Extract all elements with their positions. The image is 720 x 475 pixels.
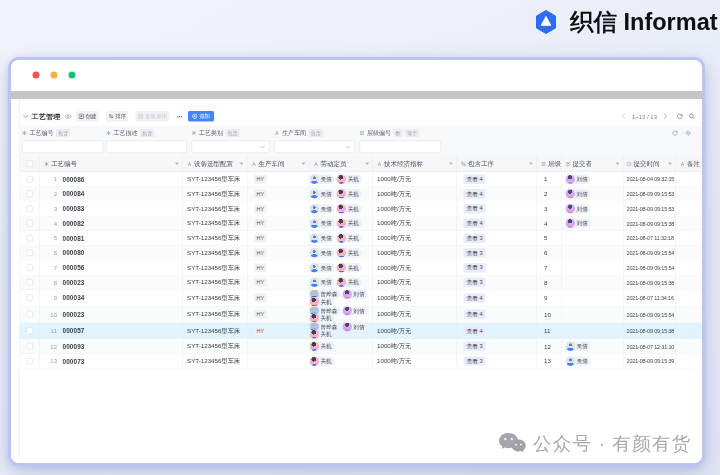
member-chip[interactable]: 吴倩 (566, 342, 591, 352)
member-chip[interactable]: 关机 (337, 174, 362, 184)
table-row[interactable]: 9000034SYT-123456型车床HY曾烨森刘倩关机1000吨/万元查看 … (20, 290, 703, 306)
view-procedures-button[interactable]: 查看 3 (464, 233, 486, 242)
member-chip[interactable]: 关机 (337, 278, 362, 288)
add-record-button[interactable]: 添加 (188, 111, 214, 122)
row-checkbox[interactable] (26, 176, 33, 183)
column-menu-caret-icon[interactable] (302, 163, 306, 166)
member-chip[interactable]: 关机 (310, 297, 335, 306)
table-row[interactable]: 6000080SYT-123456型车床HY吴倩关机1000吨/万元查看 362… (20, 246, 703, 261)
table-row[interactable]: 11000057SYT-123456型车床HY曾烨森刘倩关机1000吨/万元查看… (20, 323, 703, 339)
column-menu-caret-icon[interactable] (449, 163, 453, 166)
table-row[interactable]: 5000081SYT-123456型车床HY吴倩关机1000吨/万元查看 352… (20, 231, 703, 246)
member-chip[interactable]: 吴倩 (310, 174, 335, 184)
filter-select[interactable] (275, 141, 355, 154)
column-menu-caret-icon[interactable] (175, 163, 179, 166)
member-chip[interactable]: 刘倩 (566, 189, 591, 199)
view-procedures-button[interactable]: 查看 4 (464, 326, 486, 335)
member-chip[interactable]: 吴倩 (310, 263, 335, 273)
filter-refresh-icon[interactable] (672, 130, 678, 136)
table-row[interactable]: 1000086SYT-123456型车床HY吴倩关机1000吨/万元查看 41刘… (20, 172, 703, 187)
view-procedures-button[interactable]: 查看 4 (464, 189, 486, 198)
filter-input[interactable] (360, 141, 442, 154)
row-checkbox[interactable] (26, 279, 33, 286)
select-all-checkbox[interactable] (26, 161, 33, 168)
member-chip[interactable]: 吴倩 (310, 219, 335, 229)
column-menu-caret-icon[interactable] (668, 163, 672, 166)
column-header-procedures[interactable]: 包含工序 (457, 156, 537, 172)
row-checkbox[interactable] (26, 220, 33, 227)
table-row[interactable]: 7000056SYT-123456型车床HY吴倩关机1000吨/万元查看 372… (20, 261, 703, 276)
member-chip[interactable]: 关机 (337, 219, 362, 229)
sort-button[interactable]: 排序 (106, 111, 128, 122)
column-menu-caret-icon[interactable] (365, 163, 369, 166)
member-chip[interactable]: 刘倩 (566, 219, 591, 229)
table-row[interactable]: 8000023SYT-123456型车床HY吴倩关机1000吨/万元查看 382… (20, 275, 703, 290)
search-icon[interactable] (689, 113, 696, 120)
create-button[interactable]: 创建 (76, 111, 99, 122)
row-checkbox[interactable] (26, 295, 33, 302)
window-close-button[interactable] (33, 72, 40, 79)
row-checkbox[interactable] (26, 343, 33, 350)
table-row[interactable]: 3000083SYT-123456型车床HY吴倩关机1000吨/万元查看 43刘… (20, 202, 703, 217)
column-header-level[interactable]: 层级编号 (537, 156, 562, 172)
view-procedures-button[interactable]: 查看 4 (464, 310, 486, 319)
row-checkbox[interactable] (26, 191, 33, 198)
pagination-prev-icon[interactable] (621, 114, 627, 120)
member-chip[interactable]: 关机 (337, 204, 362, 214)
view-procedures-button[interactable]: 查看 4 (464, 219, 486, 228)
view-collapse-chevron-icon[interactable] (23, 114, 29, 118)
row-checkbox[interactable] (26, 358, 33, 365)
view-procedures-button[interactable]: 查看 4 (464, 204, 486, 213)
member-chip[interactable]: 吴倩 (310, 204, 335, 214)
table-row[interactable]: 12000093SYT-123456型车床关机1000吨/万元查看 312吴倩2… (20, 339, 703, 354)
member-chip[interactable]: 吴倩 (310, 233, 335, 243)
member-chip[interactable]: 刘倩 (342, 306, 367, 315)
column-header-workshop[interactable]: A生产车间 (248, 156, 310, 172)
row-checkbox[interactable] (26, 235, 33, 242)
view-procedures-button[interactable]: 查看 3 (464, 342, 486, 351)
member-chip[interactable]: 吴倩 (566, 356, 591, 366)
window-maximize-button[interactable] (69, 72, 76, 79)
member-chip[interactable]: 关机 (337, 248, 362, 258)
column-header-code[interactable]: 工艺编号 (40, 156, 183, 172)
batch-actions-button[interactable]: 批量操作 (136, 111, 169, 122)
view-procedures-button[interactable]: 查看 3 (464, 356, 486, 365)
column-header-indicator[interactable]: A技术经济指标 (373, 156, 457, 172)
row-checkbox[interactable] (26, 327, 33, 334)
filter-select[interactable] (192, 141, 270, 154)
member-chip[interactable]: 刘倩 (342, 323, 367, 332)
member-chip[interactable]: 刘倩 (566, 174, 591, 184)
member-chip[interactable]: 关机 (310, 356, 335, 366)
table-row[interactable]: 4000082SYT-123456型车床HY吴倩关机1000吨/万元查看 44刘… (20, 216, 703, 231)
table-row[interactable]: 10000023SYT-123456型车床HY曾烨森刘倩关机1000吨/万元查看… (20, 306, 703, 322)
member-chip[interactable]: 刘倩 (342, 290, 367, 299)
table-row[interactable]: 13000073SYT-123456型车床关机1000吨/万元查看 313吴倩2… (20, 354, 703, 369)
filter-input[interactable] (106, 141, 187, 154)
row-checkbox[interactable] (26, 250, 33, 257)
member-chip[interactable]: 吴倩 (310, 248, 335, 258)
member-chip[interactable]: 关机 (337, 263, 362, 273)
column-header-time[interactable]: 提交时间 (624, 156, 677, 172)
share-link-icon[interactable] (65, 114, 73, 119)
view-procedures-button[interactable]: 查看 3 (464, 263, 486, 272)
view-procedures-button[interactable]: 查看 4 (464, 293, 486, 302)
pagination-next-icon[interactable] (663, 114, 669, 120)
view-procedures-button[interactable]: 查看 4 (464, 174, 486, 183)
column-menu-caret-icon[interactable] (240, 163, 244, 166)
member-chip[interactable]: 关机 (310, 313, 335, 322)
member-chip[interactable]: 吴倩 (310, 278, 335, 288)
column-header-note[interactable]: A备注 (676, 156, 701, 172)
view-procedures-button[interactable]: 查看 3 (464, 248, 486, 257)
refresh-icon[interactable] (677, 113, 684, 120)
member-chip[interactable]: 关机 (310, 330, 335, 339)
member-chip[interactable]: 关机 (310, 342, 335, 352)
filter-input[interactable] (22, 141, 103, 154)
column-menu-caret-icon[interactable] (616, 163, 620, 166)
member-chip[interactable]: 关机 (337, 233, 362, 243)
column-menu-caret-icon[interactable] (529, 163, 533, 166)
column-menu-caret-icon[interactable] (694, 163, 698, 166)
table-row[interactable]: 2000084SYT-123456型车床HY吴倩关机1000吨/万元查看 42刘… (20, 187, 703, 202)
row-checkbox[interactable] (26, 264, 33, 271)
view-procedures-button[interactable]: 查看 3 (464, 278, 486, 287)
column-header-device[interactable]: A设备选型配置 (183, 156, 248, 172)
